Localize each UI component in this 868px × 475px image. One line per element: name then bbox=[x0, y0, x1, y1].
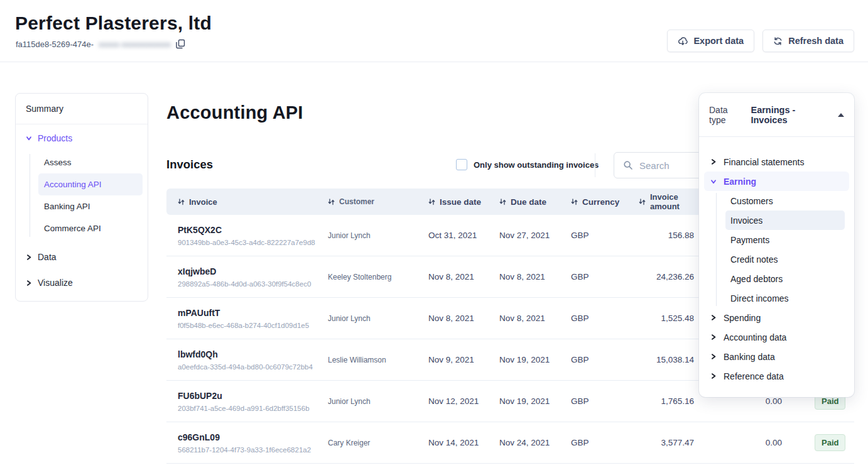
outstanding-invoices-checkbox[interactable] bbox=[456, 159, 467, 170]
amount-due-cell: 0.00 bbox=[699, 396, 787, 406]
currency-cell: GBP bbox=[562, 396, 622, 406]
sidebar-sublist: AssessAccounting APIBanking APICommerce … bbox=[38, 151, 143, 239]
column-header-currency[interactable]: Currency bbox=[562, 197, 622, 207]
sidebar-item-summary[interactable]: Summary bbox=[16, 94, 148, 124]
sort-icon bbox=[178, 198, 185, 205]
customer-cell: Junior Lynch bbox=[317, 314, 418, 323]
data-type-option-invoices[interactable]: Invoices bbox=[725, 210, 845, 230]
customer-cell: Leslie Williamson bbox=[317, 356, 418, 364]
invoice-name: mPAUuftT bbox=[178, 308, 317, 318]
data-type-option-financial-statements[interactable]: Financial statements bbox=[704, 152, 849, 172]
column-header-issue-date[interactable]: Issue date bbox=[418, 197, 490, 207]
chevron-down-icon bbox=[710, 178, 717, 185]
column-header-due-date[interactable]: Due date bbox=[490, 197, 562, 207]
invoice-cell: c96GnL09568211b7-1204-4f73-9a33-1f6ece68… bbox=[166, 432, 317, 454]
controls-divider bbox=[595, 153, 595, 177]
column-header-label: Invoice amount bbox=[650, 192, 699, 211]
data-type-option-credit-notes[interactable]: Credit notes bbox=[725, 249, 845, 269]
outstanding-invoices-label[interactable]: Only show outstanding invoices bbox=[474, 160, 599, 170]
column-header-label: Due date bbox=[511, 197, 546, 207]
invoice-id: a0eefdca-335d-494a-bd80-0c6079c72bb4 bbox=[178, 363, 317, 371]
section-title: Invoices bbox=[166, 158, 213, 172]
data-type-option-spending[interactable]: Spending bbox=[704, 308, 849, 327]
due-date-cell: Nov 19, 2021 bbox=[490, 396, 562, 406]
sidebar-item-visualize[interactable]: Visualize bbox=[16, 269, 148, 295]
sidebar-item-assess[interactable]: Assess bbox=[38, 151, 143, 173]
invoice-amount-cell: 15,038.14 bbox=[622, 355, 699, 364]
data-type-option-label: Spending bbox=[724, 313, 761, 323]
chevron-right-icon bbox=[710, 353, 717, 360]
issue-date-cell: Nov 12, 2021 bbox=[418, 396, 490, 406]
invoice-amount-cell: 156.88 bbox=[622, 231, 699, 240]
customer-cell: Junior Lynch bbox=[317, 231, 418, 240]
table-row[interactable]: c96GnL09568211b7-1204-4f73-9a33-1f6ece68… bbox=[166, 422, 854, 464]
data-type-option-label: Accounting data bbox=[724, 332, 786, 342]
column-header-customer[interactable]: Customer bbox=[317, 197, 418, 206]
data-type-option-label: Banking data bbox=[724, 352, 775, 362]
data-type-option-earning[interactable]: Earning bbox=[704, 172, 849, 191]
due-date-cell: Nov 24, 2021 bbox=[490, 438, 562, 447]
refresh-icon bbox=[773, 36, 783, 46]
sidebar-item-label: Products bbox=[38, 133, 72, 143]
sort-icon bbox=[499, 198, 506, 205]
due-date-cell: Nov 19, 2021 bbox=[490, 355, 562, 364]
invoice-name: lbwfd0Qh bbox=[178, 349, 317, 359]
invoice-name: xIqjwbeD bbox=[178, 266, 317, 276]
currency-cell: GBP bbox=[562, 438, 622, 447]
data-type-option-label: Earning bbox=[724, 177, 756, 187]
sidebar-item-commerce-api[interactable]: Commerce API bbox=[38, 217, 143, 239]
issue-date-cell: Nov 14, 2021 bbox=[418, 438, 490, 447]
company-id-row: fa115de8-5269-474e- xxxxx-xxxxxxxxxxxx bbox=[16, 39, 185, 49]
status-cell: Paid bbox=[787, 434, 854, 451]
export-data-button[interactable]: Export data bbox=[667, 30, 754, 52]
data-type-option-direct-incomes[interactable]: Direct incomes bbox=[725, 288, 845, 308]
sidebar-item-products[interactable]: Products bbox=[16, 124, 148, 150]
invoice-name: PtK5QX2C bbox=[178, 225, 317, 235]
column-header-invoice[interactable]: Invoice bbox=[166, 197, 317, 207]
currency-cell: GBP bbox=[562, 231, 622, 240]
data-type-option-aged-debtors[interactable]: Aged debtors bbox=[725, 269, 845, 288]
invoice-name: FU6bUP2u bbox=[178, 391, 317, 401]
chevron-right-icon bbox=[710, 314, 717, 321]
sidebar-item-data[interactable]: Data bbox=[16, 243, 148, 269]
due-date-cell: Nov 8, 2021 bbox=[490, 272, 562, 281]
invoice-id: 568211b7-1204-4f73-9a33-1f6ece6821a2 bbox=[178, 446, 317, 454]
chevron-right-icon bbox=[26, 254, 32, 261]
data-type-label: Data type bbox=[709, 105, 745, 125]
sort-icon bbox=[639, 198, 646, 205]
header-divider bbox=[0, 62, 868, 62]
sidebar-item-banking-api[interactable]: Banking API bbox=[38, 195, 143, 217]
column-header-label: Customer bbox=[339, 197, 374, 206]
search-icon bbox=[623, 160, 633, 170]
export-data-label: Export data bbox=[693, 36, 744, 46]
sidebar-item-accounting-api[interactable]: Accounting API bbox=[38, 173, 143, 195]
data-type-option-reference-data[interactable]: Reference data bbox=[704, 366, 849, 386]
invoice-cell: mPAUuftTf0f5b48b-e6ec-468a-b274-40cf1d09… bbox=[166, 308, 317, 329]
sidebar-item-label: Visualize bbox=[38, 278, 73, 288]
invoice-id: 901349bb-a0e3-45c3-a4dc-822227a7e9d8 bbox=[178, 239, 317, 246]
data-type-dropdown: Data type Earnings - Invoices Financial … bbox=[699, 93, 854, 397]
data-type-option-payments[interactable]: Payments bbox=[725, 230, 845, 249]
data-type-trigger[interactable]: Data type Earnings - Invoices bbox=[699, 93, 854, 137]
refresh-data-button[interactable]: Refresh data bbox=[762, 30, 854, 52]
data-type-option-customers[interactable]: Customers bbox=[725, 191, 845, 210]
invoice-cell: PtK5QX2C901349bb-a0e3-45c3-a4dc-822227a7… bbox=[166, 225, 317, 246]
chevron-down-icon bbox=[26, 135, 32, 141]
data-type-option-accounting-data[interactable]: Accounting data bbox=[704, 327, 849, 347]
column-header-label: Currency bbox=[582, 197, 619, 207]
column-header-label: Invoice bbox=[189, 197, 217, 207]
invoice-name: c96GnL09 bbox=[178, 432, 317, 442]
issue-date-cell: Nov 8, 2021 bbox=[418, 272, 490, 281]
invoice-id: 298892a5-486b-4d0d-a063-30f9f54c8ec0 bbox=[178, 280, 317, 288]
invoice-amount-cell: 3,577.47 bbox=[622, 438, 699, 447]
refresh-data-label: Refresh data bbox=[788, 36, 844, 46]
chevron-right-icon bbox=[710, 373, 717, 379]
sort-icon bbox=[428, 198, 435, 205]
issue-date-cell: Nov 9, 2021 bbox=[418, 355, 490, 364]
company-id-redacted: xxxxx-xxxxxxxxxxxx bbox=[99, 40, 171, 49]
due-date-cell: Nov 27, 2021 bbox=[490, 231, 562, 240]
column-header-invoice-amount[interactable]: Invoice amount bbox=[622, 192, 699, 211]
data-type-option-banking-data[interactable]: Banking data bbox=[704, 347, 849, 366]
invoice-id: f0f5b48b-e6ec-468a-b274-40cf1d09d1e5 bbox=[178, 322, 317, 329]
copy-icon[interactable] bbox=[176, 39, 185, 49]
